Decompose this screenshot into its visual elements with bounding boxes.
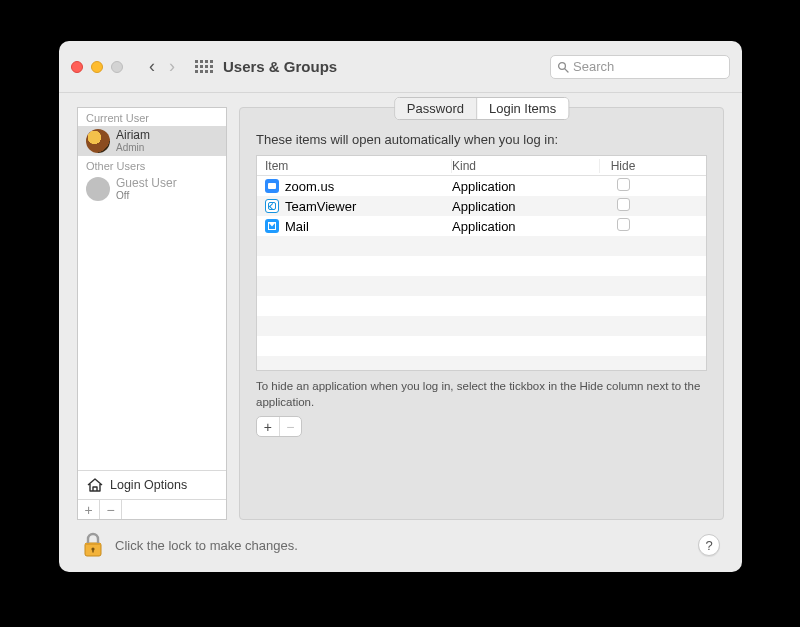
item-kind: Application <box>452 219 600 234</box>
tab-group: Password Login Items <box>394 97 569 120</box>
show-all-button[interactable] <box>193 58 215 75</box>
hide-checkbox[interactable] <box>617 198 630 211</box>
remove-item-button[interactable]: − <box>280 417 302 436</box>
help-button[interactable]: ? <box>698 534 720 556</box>
search-input[interactable] <box>573 59 723 74</box>
teamviewer-app-icon <box>265 199 279 213</box>
col-item-header[interactable]: Item <box>257 159 452 173</box>
table-row[interactable]: TeamViewer Application <box>257 196 706 216</box>
col-kind-header[interactable]: Kind <box>452 159 600 173</box>
zoom-app-icon <box>265 179 279 193</box>
sidebar-add-remove: + − <box>78 499 226 519</box>
table-row[interactable]: Mail Application <box>257 216 706 236</box>
avatar-icon <box>86 177 110 201</box>
table-row <box>257 236 706 256</box>
search-field[interactable] <box>550 55 730 79</box>
main-panel: Password Login Items These items will op… <box>239 107 724 520</box>
avatar-icon <box>86 129 110 153</box>
table-row[interactable]: zoom.us Application <box>257 176 706 196</box>
login-options-label: Login Options <box>110 478 187 492</box>
user-role: Admin <box>116 142 150 153</box>
user-name: Airiam <box>116 129 150 142</box>
toolbar: ‹ › Users & Groups <box>59 41 742 93</box>
svg-rect-3 <box>85 543 101 545</box>
table-row <box>257 316 706 336</box>
current-user-header: Current User <box>78 108 226 126</box>
other-users-header: Other Users <box>78 156 226 174</box>
table-row <box>257 336 706 356</box>
hide-checkbox[interactable] <box>617 218 630 231</box>
users-sidebar: Current User Airiam Admin Other Users Gu… <box>77 107 227 520</box>
login-options-button[interactable]: Login Options <box>78 470 226 499</box>
nav-buttons: ‹ › <box>149 56 175 77</box>
hint-text: To hide an application when you log in, … <box>256 379 707 410</box>
table-row <box>257 276 706 296</box>
house-icon <box>86 477 104 493</box>
sidebar-user-guest[interactable]: Guest User Off <box>78 174 226 204</box>
table-row <box>257 296 706 316</box>
item-name: Mail <box>285 219 309 234</box>
item-kind: Application <box>452 179 600 194</box>
minimize-window-button[interactable] <box>91 61 103 73</box>
preferences-window: ‹ › Users & Groups Current User Airiam A… <box>59 41 742 572</box>
tab-login-items[interactable]: Login Items <box>477 98 568 119</box>
table-row <box>257 256 706 276</box>
lock-text: Click the lock to make changes. <box>115 538 688 553</box>
mail-app-icon <box>265 219 279 233</box>
search-icon <box>557 61 569 73</box>
table-row <box>257 356 706 371</box>
col-hide-header[interactable]: Hide <box>600 159 646 173</box>
svg-line-1 <box>565 68 568 71</box>
tab-password[interactable]: Password <box>395 98 477 119</box>
footer: Click the lock to make changes. ? <box>77 530 724 562</box>
add-item-button[interactable]: + <box>257 417 279 436</box>
description-text: These items will open automatically when… <box>256 132 707 147</box>
item-name: zoom.us <box>285 179 334 194</box>
hide-checkbox[interactable] <box>617 178 630 191</box>
table-body: zoom.us Application TeamViewer Applicati… <box>257 176 706 371</box>
items-add-remove: + − <box>256 416 302 437</box>
item-kind: Application <box>452 199 600 214</box>
window-body: Current User Airiam Admin Other Users Gu… <box>59 93 742 572</box>
sidebar-user-current[interactable]: Airiam Admin <box>78 126 226 156</box>
window-title: Users & Groups <box>223 58 542 75</box>
svg-rect-5 <box>92 550 93 553</box>
item-name: TeamViewer <box>285 199 356 214</box>
user-name: Guest User <box>116 177 177 190</box>
table-header: Item Kind Hide <box>257 156 706 176</box>
zoom-window-button <box>111 61 123 73</box>
close-window-button[interactable] <box>71 61 83 73</box>
lock-icon[interactable] <box>81 532 105 558</box>
user-role: Off <box>116 190 177 201</box>
add-user-button[interactable]: + <box>78 500 100 519</box>
panels: Current User Airiam Admin Other Users Gu… <box>77 107 724 520</box>
traffic-lights <box>71 61 123 73</box>
remove-user-button[interactable]: − <box>100 500 122 519</box>
login-items-table: Item Kind Hide zoom.us Application TeamV… <box>256 155 707 371</box>
forward-button: › <box>169 56 175 77</box>
back-button[interactable]: ‹ <box>149 56 155 77</box>
